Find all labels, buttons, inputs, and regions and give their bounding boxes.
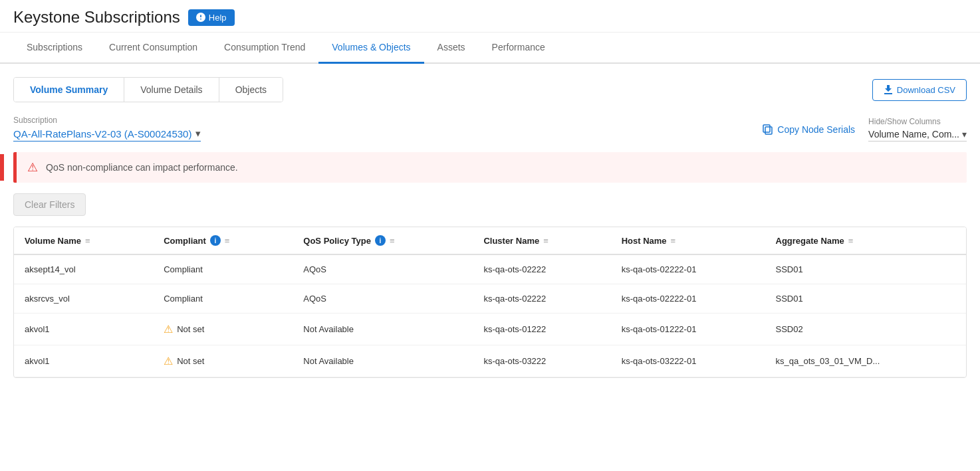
page-header: Keystone Subscriptions Help (0, 0, 980, 33)
nav-tabs: Subscriptions Current Consumption Consum… (0, 33, 980, 64)
warning-icon: ⚠ (27, 160, 38, 175)
qos-policy-type-cell: Not Available (293, 314, 473, 345)
warning-text: QoS non-compliance can impact performanc… (46, 162, 238, 173)
col-header-volume-name: Volume Name ≡ (14, 227, 153, 254)
sub-tab-objects[interactable]: Objects (219, 78, 283, 102)
tab-subscriptions[interactable]: Subscriptions (13, 33, 96, 64)
host-name-cell: ks-qa-ots-01222-01 (611, 314, 765, 345)
column-menu-icon[interactable]: ≡ (85, 236, 90, 246)
sub-tab-volume-details[interactable]: Volume Details (124, 78, 219, 102)
host-name-cell: ks-qa-ots-02222-01 (611, 254, 765, 284)
host-name-cell: ks-qa-ots-02222-01 (611, 284, 765, 314)
volume-name-cell: akvol1 (14, 345, 153, 377)
col-header-cluster-name: Cluster Name ≡ (473, 227, 610, 254)
table-header-row: Volume Name ≡ Compliant i ≡ QoS Po (14, 227, 966, 254)
volume-name-cell: aksrcvs_vol (14, 284, 153, 314)
warning-banner: ⚠ QoS non-compliance can impact performa… (13, 152, 967, 183)
tab-consumption-trend[interactable]: Consumption Trend (211, 33, 318, 64)
col-header-aggregate-name: Aggregate Name ≡ (765, 227, 967, 254)
warn-triangle-icon: ⚠ (164, 323, 173, 335)
cluster-name-cell: ks-qa-ots-03222 (473, 345, 610, 377)
column-menu-icon[interactable]: ≡ (225, 236, 230, 246)
col-header-qos-policy-type: QoS Policy Type i ≡ (293, 227, 473, 254)
qos-policy-type-cell: AQoS (293, 254, 473, 284)
compliant-info-icon[interactable]: i (210, 235, 221, 246)
host-name-cell: ks-qa-ots-03222-01 (611, 345, 765, 377)
qos-policy-type-cell: Not Available (293, 345, 473, 377)
tab-performance[interactable]: Performance (479, 33, 558, 64)
table-row: aksept14_vol Compliant AQoS ks-qa-ots-02… (14, 254, 966, 284)
column-menu-icon[interactable]: ≡ (543, 236, 549, 246)
hide-show-columns: Hide/Show Columns Volume Name, Com... ▾ (868, 117, 967, 141)
compliant-cell: Compliant (153, 284, 293, 314)
help-button[interactable]: Help (188, 9, 235, 26)
aggregate-name-cell: SSD01 (765, 254, 967, 284)
help-icon (196, 13, 205, 22)
subscription-right: Copy Node Serials Hide/Show Columns Volu… (763, 117, 967, 141)
download-csv-button[interactable]: Download CSV (872, 79, 967, 101)
col-header-host-name: Host Name ≡ (611, 227, 765, 254)
warn-triangle-icon: ⚠ (164, 355, 173, 367)
svg-rect-0 (765, 127, 772, 134)
aggregate-name-cell: ks_qa_ots_03_01_VM_D... (765, 345, 967, 377)
column-menu-icon[interactable]: ≡ (390, 236, 395, 246)
chevron-down-icon: ▾ (962, 129, 967, 140)
content-area: Volume Summary Volume Details Objects Do… (0, 64, 980, 391)
sub-tabs: Volume Summary Volume Details Objects (13, 77, 283, 102)
column-menu-icon[interactable]: ≡ (671, 236, 676, 246)
subscription-label: Subscription (13, 116, 201, 125)
volume-name-cell: aksept14_vol (14, 254, 153, 284)
table-row: aksrcvs_vol Compliant AQoS ks-qa-ots-022… (14, 284, 966, 314)
column-menu-icon[interactable]: ≡ (848, 236, 854, 246)
tab-assets[interactable]: Assets (424, 33, 479, 64)
svg-rect-1 (763, 125, 770, 132)
subscription-dropdown[interactable]: QA-All-RatePlans-V2-03 (A-S00024530) ▾ (13, 128, 201, 141)
aggregate-name-cell: SSD02 (765, 314, 967, 345)
tab-volumes-objects[interactable]: Volumes & Objects (318, 33, 424, 64)
table-row: akvol1 ⚠Not set Not Available ks-qa-ots-… (14, 345, 966, 377)
col-header-compliant: Compliant i ≡ (153, 227, 293, 254)
compliant-cell: Compliant (153, 254, 293, 284)
data-table: Volume Name ≡ Compliant i ≡ QoS Po (13, 227, 967, 378)
copy-icon (763, 124, 773, 135)
chevron-down-icon: ▾ (195, 128, 201, 140)
download-icon (884, 85, 893, 94)
subscription-left: Subscription QA-All-RatePlans-V2-03 (A-S… (13, 116, 201, 141)
qos-policy-type-cell: AQoS (293, 284, 473, 314)
subscription-row: Subscription QA-All-RatePlans-V2-03 (A-S… (13, 116, 967, 141)
sub-tab-volume-summary[interactable]: Volume Summary (14, 78, 124, 102)
volume-name-cell: akvol1 (14, 314, 153, 345)
compliant-cell: ⚠Not set (153, 345, 293, 377)
copy-node-serials-button[interactable]: Copy Node Serials (763, 124, 855, 135)
sub-tabs-row: Volume Summary Volume Details Objects Do… (13, 77, 967, 102)
cluster-name-cell: ks-qa-ots-02222 (473, 254, 610, 284)
qos-info-icon[interactable]: i (375, 235, 386, 246)
cluster-name-cell: ks-qa-ots-01222 (473, 314, 610, 345)
cluster-name-cell: ks-qa-ots-02222 (473, 284, 610, 314)
table-row: akvol1 ⚠Not set Not Available ks-qa-ots-… (14, 314, 966, 345)
columns-select-dropdown[interactable]: Volume Name, Com... ▾ (868, 129, 967, 141)
tab-current-consumption[interactable]: Current Consumption (96, 33, 211, 64)
clear-filters-button[interactable]: Clear Filters (13, 193, 86, 216)
aggregate-name-cell: SSD01 (765, 284, 967, 314)
page-title: Keystone Subscriptions (13, 8, 180, 27)
compliant-cell: ⚠Not set (153, 314, 293, 345)
